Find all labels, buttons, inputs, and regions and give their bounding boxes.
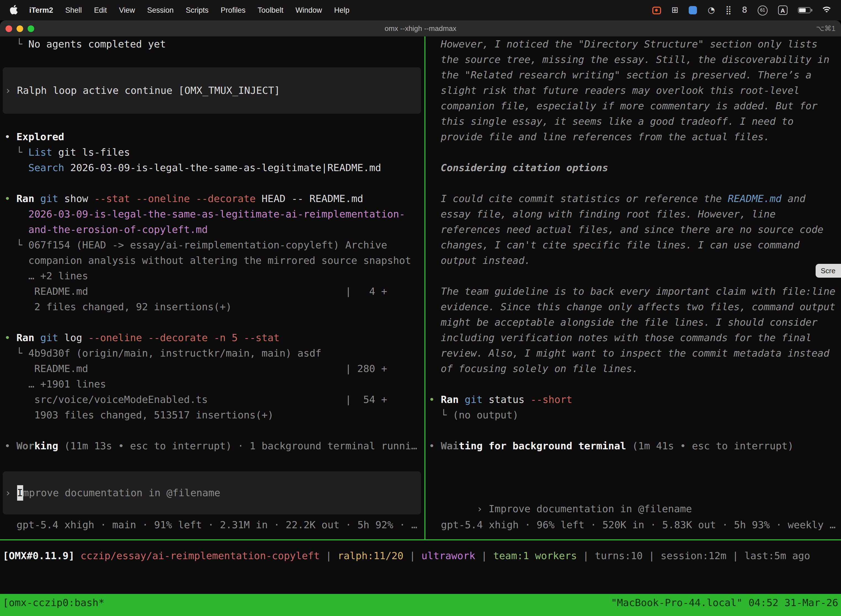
text-segment: List: [28, 146, 53, 158]
text-segment: However, I noticed the "Directory Struct…: [429, 38, 818, 50]
text-segment: Ran: [16, 332, 34, 343]
window-title-bar[interactable]: omx --xhigh --madmax ⌥⌘1: [0, 21, 841, 37]
terminal-output-left: • Explored └ List git ls-files Search 20…: [4, 114, 424, 454]
text-segment: … +1901 lines: [4, 378, 106, 390]
screen: iTerm2 Shell Edit View Session Scripts P…: [0, 0, 841, 616]
terminal-line: might be acceptable alongside the file l…: [429, 315, 841, 330]
text-segment: |: [643, 550, 661, 561]
text-segment: show: [58, 193, 94, 204]
text-segment: ralph:11/20: [338, 550, 403, 561]
terminal-window: └ No agents completed yet › Ralph loop a…: [0, 37, 841, 616]
text-segment: king: [34, 440, 58, 452]
zoom-button[interactable]: [28, 25, 34, 32]
menu-item-view[interactable]: View: [113, 6, 141, 14]
text-segment: including verification notes with those …: [429, 332, 812, 343]
text-segment: [459, 393, 464, 405]
text-segment: might be acceptable alongside the file l…: [429, 316, 818, 328]
raycast-icon[interactable]: [689, 6, 697, 14]
text-segment: •: [429, 440, 441, 452]
text-segment: [4, 162, 28, 173]
text-segment: └: [4, 38, 28, 50]
text-segment: |: [727, 550, 744, 561]
text-segment: I could cite commit statistics or refere…: [429, 193, 728, 204]
battery-icon[interactable]: [798, 7, 811, 13]
grid-icon[interactable]: ⊞: [672, 6, 678, 14]
keyboard-8-icon[interactable]: 8: [742, 6, 747, 14]
text-segment: (no output): [453, 409, 519, 421]
prompt-input-right[interactable]: › Improve documentation in @filename: [429, 486, 841, 501]
close-button[interactable]: [6, 25, 12, 32]
traffic-lights: [0, 25, 34, 32]
menu-item-toolbelt[interactable]: Toolbelt: [252, 6, 289, 14]
text-segment: └: [429, 409, 453, 421]
terminal-line: Considering citation options: [429, 160, 841, 176]
terminal-line: • Waiting for background terminal (1m 41…: [429, 438, 841, 454]
text-segment: [4, 224, 28, 235]
omx-status-line: [OMX#0.11.9] cczip/essay/ai-reimplementa…: [3, 548, 841, 563]
terminal-line: and-the-erosion-of-copyleft.md: [4, 222, 424, 238]
prompt-input-left[interactable]: › Improve documentation in @filename: [3, 471, 421, 515]
tmux-status-bar: [omx-cczip0:bash* "MacBook-Pro-44.local"…: [0, 594, 841, 616]
text-segment: ting for background terminal: [459, 440, 626, 452]
text-segment: [34, 193, 40, 204]
terminal-line: references need actual files, and since …: [429, 222, 841, 238]
menu-item-window[interactable]: Window: [289, 6, 328, 14]
screen-tip[interactable]: Scre: [816, 264, 841, 278]
window-title: omx --xhigh --madmax: [0, 24, 841, 32]
terminal-line: README.md | 280 +: [4, 361, 424, 377]
terminal-line: essay file, along with finding root file…: [429, 207, 841, 222]
text-segment: output instead.: [429, 254, 530, 266]
battery-percent-circle-icon[interactable]: 61: [757, 5, 768, 15]
prompt-chevron: ›: [5, 83, 17, 98]
text-segment: •: [4, 440, 16, 452]
text-segment: session:12m: [661, 550, 726, 561]
text-segment: slight risk that future readers may over…: [429, 84, 800, 96]
terminal-line: [4, 52, 424, 67]
input-text-right: Improve documentation in @filename: [489, 503, 692, 515]
window-shortcut-badge: ⌥⌘1: [816, 24, 841, 32]
text-segment: the "Related research writing" section i…: [429, 69, 812, 81]
text-segment: README.md | 280 +: [4, 363, 387, 374]
menu-item-profiles[interactable]: Profiles: [215, 6, 252, 14]
text-segment: |: [403, 550, 421, 561]
input-source-icon[interactable]: A: [778, 6, 787, 15]
terminal-pane-right[interactable]: However, I noticed the "Directory Struct…: [425, 37, 841, 539]
terminal-line: [4, 176, 424, 191]
apple-logo-icon: [10, 5, 18, 16]
text-segment: of focusing solely on file lines.: [429, 363, 638, 374]
text-segment: Wor: [16, 440, 34, 452]
text-segment: log: [58, 332, 88, 343]
menu-item-help[interactable]: Help: [328, 6, 356, 14]
menu-item-session[interactable]: Session: [141, 6, 180, 14]
minimize-button[interactable]: [16, 25, 23, 32]
apple-menu[interactable]: [6, 5, 23, 16]
terminal-line: evidence. Since this change only affects…: [429, 299, 841, 315]
text-segment: The team guideline is to back every impo…: [429, 285, 835, 297]
menu-bar-left: iTerm2 Shell Edit View Session Scripts P…: [6, 5, 356, 16]
terminal-line: 2 files changed, 92 insertions(+): [4, 299, 424, 315]
text-segment: README.md | 4 +: [4, 285, 387, 297]
terminal-output-right: However, I noticed the "Directory Struct…: [429, 37, 841, 454]
terminal-line: of focusing solely on file lines.: [429, 361, 841, 377]
screen-recording-indicator-icon[interactable]: [652, 6, 661, 14]
text-segment: Explored: [16, 131, 64, 142]
terminal-output-left-top: └ No agents completed yet: [4, 37, 424, 67]
bottom-divider: [0, 539, 841, 540]
menu-item-iterm2[interactable]: iTerm2: [23, 6, 59, 14]
text-segment: --stat --oneline --decorate: [94, 193, 255, 204]
input-text-left: mprove documentation in @filename: [23, 485, 220, 501]
terminal-line: provide file and line references from th…: [429, 129, 841, 145]
menu-item-scripts[interactable]: Scripts: [180, 6, 215, 14]
text-segment: ultrawork: [421, 550, 475, 561]
text-segment: |: [320, 550, 338, 561]
model-status-left: gpt-5.4 xhigh · main · 91% left · 2.31M …: [4, 517, 424, 532]
text-segment: src/voice/voiceModeEnabled.ts | 54 +: [4, 393, 387, 405]
wifi-icon[interactable]: [821, 6, 832, 14]
menu-item-shell[interactable]: Shell: [59, 6, 88, 14]
terminal-pane-left[interactable]: └ No agents completed yet › Ralph loop a…: [0, 37, 424, 539]
disc-icon[interactable]: ◔: [708, 6, 715, 14]
dots-grid-icon[interactable]: ⣿: [725, 6, 731, 14]
terminal-line: including verification notes with those …: [429, 330, 841, 346]
text-segment: --oneline --decorate -n 5 --stat: [88, 332, 280, 343]
menu-item-edit[interactable]: Edit: [88, 6, 113, 14]
